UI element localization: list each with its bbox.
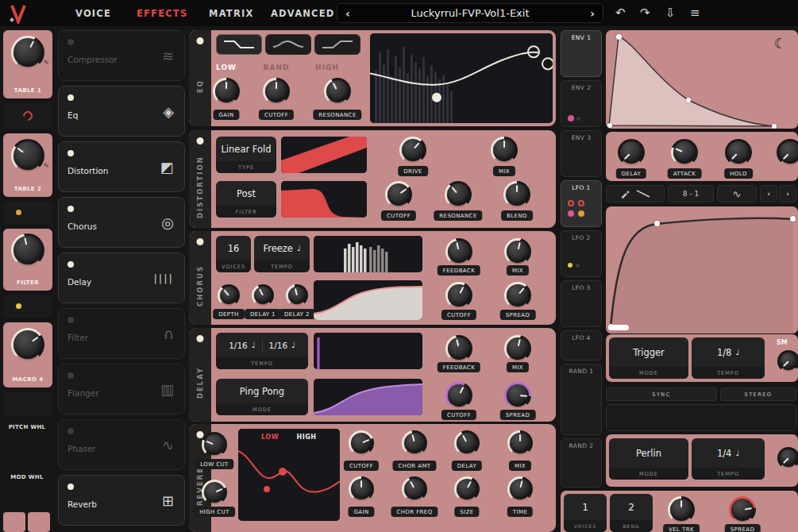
preset-browser[interactable]: ‹ Luckyrrul-FVP-Vol1-Exit › [337,3,603,23]
delay-mode-value[interactable]: Ping Pong [216,379,308,403]
tab-matrix[interactable]: MATRIX [209,0,254,26]
tempo-note-icon[interactable]: ♩ [252,341,256,349]
macro4-mod-indicator[interactable] [3,392,52,416]
chorus-delay2-knob[interactable] [286,284,308,306]
envelope-start-handle[interactable] [607,123,612,128]
reverb-choramt-knob[interactable] [402,430,427,456]
lfo-point-handle[interactable] [654,221,660,226]
distortion-filter-selector[interactable]: Post FILTER [216,181,276,218]
bend-selector[interactable]: 2 BEND [610,494,653,532]
delay-taps-display[interactable] [314,333,422,369]
delay-tempo-left-value[interactable]: 1/16 [229,341,248,350]
tempo-note-icon[interactable]: ♩ [297,244,301,253]
reverb-graph-high-label[interactable]: HIGH [297,434,317,441]
chorus-delay1-knob[interactable] [252,284,274,306]
reverb-gain-knob[interactable] [349,476,374,502]
rand-stereo-button[interactable]: STEREO [720,387,796,401]
lfo-next-shape-button[interactable]: › [779,185,796,202]
envelope-display[interactable]: ☾ [606,30,798,129]
eq-band-tab[interactable] [265,34,311,55]
mod-source-lfo3[interactable]: LFO 3 [561,280,602,327]
effects-list-item-distortion[interactable]: Distortion ◩ [58,141,185,192]
tab-advanced[interactable]: ADVANCED [271,0,335,26]
eq-band-high-label[interactable]: HIGH [315,64,339,71]
eq-low-band-tab[interactable] [216,34,262,55]
rand-tempo-value[interactable]: 1/4 [717,448,732,459]
table1-knob[interactable] [11,36,44,69]
save-icon[interactable]: ⇩ [665,6,676,20]
menu-icon[interactable]: ≡ [690,6,700,20]
reverb-time-knob[interactable] [507,476,533,502]
effect-enable-dot[interactable] [67,484,74,490]
chorus-filter-display[interactable] [314,280,422,320]
env-delay-knob[interactable] [618,139,645,166]
envelope-end-handle[interactable] [772,124,777,129]
mod-source-lfo4[interactable]: LFO 4 [561,330,602,360]
mod-source-env3[interactable]: ENV 3 [561,130,602,177]
table1-mod-indicator[interactable] [3,103,52,129]
lfo-point-handle[interactable] [790,216,796,222]
lfo-tempo-selector[interactable]: 1/8 ♩ TEMPO [692,337,765,379]
voices-selector[interactable]: 1 VOICES [564,494,607,532]
env-decay-knob-partial[interactable] [777,139,798,166]
lfo-smooth-knob-partial[interactable] [777,350,798,372]
tempo-note-icon[interactable]: ♩ [735,449,739,457]
effect-enable-dot[interactable] [67,150,74,156]
chorus-tempo-value[interactable]: Freeze [263,243,293,254]
distortion-cutoff-knob[interactable] [385,181,412,208]
delay-spread-knob[interactable] [504,382,531,409]
distortion-resonance-knob[interactable] [445,181,472,208]
voices-value[interactable]: 1 [564,494,607,520]
mod-source-env1[interactable]: ENV 1 [561,30,602,77]
mod-source-lfo2[interactable]: LFO 2 [561,230,602,277]
filter-knob[interactable] [11,233,44,267]
eq-high-shelf-tab[interactable] [314,34,360,55]
mod-source-rand2[interactable]: RAND 2 [561,438,602,488]
lfo-mode-value[interactable]: Trigger [609,337,688,367]
effects-list-item-eq[interactable]: Eq ◈ [58,86,185,137]
edit-icon[interactable]: ✎ [43,162,49,170]
effects-list-item-phaser[interactable]: Phaser ∿ [58,419,185,470]
reverb-lowcut-knob[interactable] [202,432,227,457]
effects-list-item-filter[interactable]: Filter ∩ [58,308,185,359]
lfo-display[interactable] [606,206,798,333]
delay-mix-knob[interactable] [504,335,531,362]
distortion-filter-value[interactable]: Post [216,181,276,206]
distortion-blend-knob[interactable] [503,181,530,208]
reverb-size-knob[interactable] [454,476,480,502]
distortion-type-selector[interactable]: Linear Fold TYPE [216,137,276,173]
eq-band-low-label[interactable]: LOW [216,64,237,71]
delay-tempo-selector[interactable]: 1/16 ♩ 1/16 ♩ TEMPO [216,333,308,369]
redo-icon[interactable]: ↷ [640,6,650,20]
chorus-mix-knob[interactable] [504,238,531,265]
chorus-tempo-selector[interactable]: Freeze ♩ TEMPO [254,236,310,272]
preset-next-icon[interactable]: › [590,7,595,20]
reverb-cutoff-knob[interactable] [349,430,374,456]
edit-icon[interactable]: ✎ [43,59,49,67]
undo-icon[interactable]: ↶ [615,6,626,20]
vital-logo-icon[interactable] [8,3,29,24]
delay-cutoff-knob[interactable] [445,382,472,409]
eq-resonance-knob[interactable] [324,78,351,105]
rand-mode-value[interactable]: Perlin [609,438,688,468]
eq-band-band-label[interactable]: BAND [264,64,290,71]
chorus-cutoff-knob[interactable] [445,282,472,309]
chorus-voices-value[interactable]: 16 [216,236,251,260]
distortion-shape-display[interactable] [281,137,367,173]
effect-enable-dot[interactable] [67,94,74,101]
macro4-knob[interactable] [11,328,44,361]
envelope-peak-handle[interactable] [616,34,622,40]
reverb-chorfreq-knob[interactable] [402,476,427,502]
delay-filter-display[interactable] [314,379,422,415]
effects-list-item-reverb[interactable]: Reverb ⊞ [58,475,185,526]
mod-wheel[interactable] [28,512,50,532]
spread-knob[interactable] [729,496,756,523]
pitch-wheel[interactable] [3,512,25,532]
reverb-delay-knob[interactable] [454,430,480,456]
delay-power-dot[interactable] [197,335,204,342]
rand-tempo-selector[interactable]: 1/4 ♩ TEMPO [692,438,765,480]
lfo-phase-slider[interactable] [608,325,629,330]
envelope-decay-handle[interactable] [686,98,691,102]
preset-prev-icon[interactable]: ‹ [345,7,350,20]
lfo-grid-stepper[interactable]: 8 - 1 [668,185,714,202]
